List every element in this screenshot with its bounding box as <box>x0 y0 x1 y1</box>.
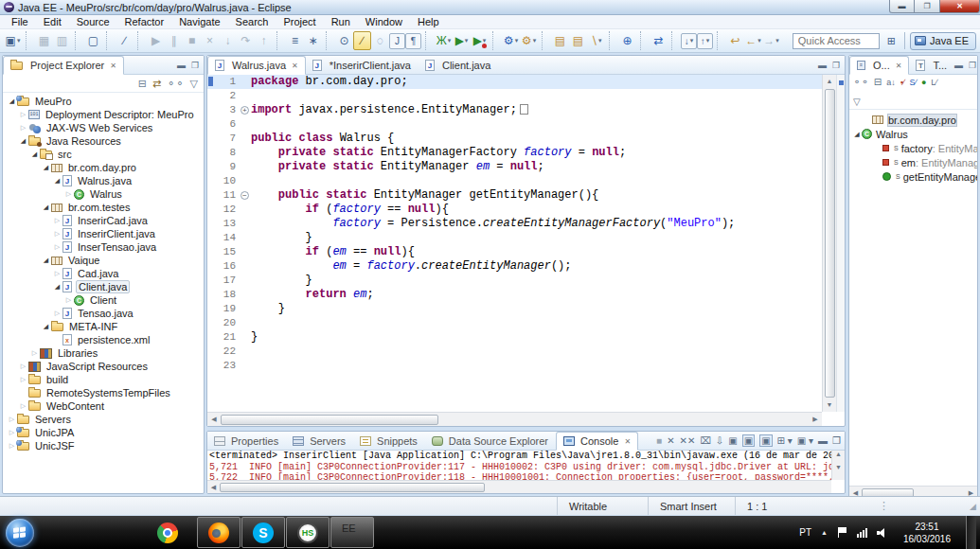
menu-project[interactable]: Project <box>276 16 323 27</box>
scroll-lock-icon[interactable]: ⇩ <box>716 435 723 446</box>
tree-item[interactable]: ▷JInserTensao.java <box>3 240 204 254</box>
tree-item[interactable]: ▷JTensao.java <box>3 307 204 320</box>
tab-snippets[interactable]: Snippets <box>353 432 425 450</box>
open-web-browser-icon[interactable]: ⊕ <box>618 31 636 50</box>
tab-outline[interactable]: ≡ O... ✕ <box>849 56 909 75</box>
scrollbar-thumb[interactable] <box>825 89 835 398</box>
outline-item[interactable]: Sem : EntityManag <box>849 155 977 169</box>
last-edit-location-icon[interactable]: ↩ <box>726 31 744 50</box>
tab-servers[interactable]: Servers <box>286 432 353 450</box>
disconnect-icon[interactable]: × <box>201 31 219 50</box>
scroll-left-icon[interactable]: ◀ <box>207 484 220 491</box>
focus-on-task-icon[interactable]: ⚬⚬ <box>167 78 184 90</box>
code-line[interactable]: 18 return em; <box>207 288 822 302</box>
collapsed-arrow-icon[interactable]: ▷ <box>18 402 28 410</box>
skip-all-breakpoints-icon[interactable]: ∕ <box>116 31 134 50</box>
code-line[interactable]: 1package br.com.day.pro; <box>207 75 822 89</box>
code-line[interactable]: 15 if (em == null){ <box>207 245 822 259</box>
resume-icon[interactable]: ▶ <box>147 31 165 50</box>
code-line[interactable]: 17 } <box>207 274 822 288</box>
run-tool-icon[interactable]: ∗ <box>304 31 322 50</box>
code-line[interactable]: 13 factory = Persistence.createEntityMan… <box>207 217 822 231</box>
tree-item[interactable]: ▷JCad.java <box>3 267 204 280</box>
code-line[interactable]: 3+import javax.persistence.EntityManager… <box>207 103 822 117</box>
run-icon[interactable]: ▶▾ <box>453 31 471 50</box>
maximize-view-icon[interactable]: ❐ <box>969 61 976 70</box>
collapsed-arrow-icon[interactable]: ▷ <box>7 416 17 423</box>
view-menu-icon[interactable]: ▽ <box>853 97 861 107</box>
web-browser-view-icon[interactable]: ▢ <box>84 31 102 50</box>
expanded-arrow-icon[interactable]: ◢ <box>41 204 51 211</box>
outline-item[interactable]: SgetEntityManage <box>849 169 977 184</box>
collapsed-arrow-icon[interactable]: ▷ <box>63 190 74 198</box>
new-wizard-icon[interactable]: ▣▾ <box>4 31 22 50</box>
network-icon[interactable] <box>857 527 867 538</box>
outline-item[interactable]: br.com.day.pro <box>849 113 977 127</box>
tree-item[interactable]: xpersistence.xml <box>3 333 204 346</box>
collapsed-arrow-icon[interactable]: ▷ <box>18 376 28 383</box>
taskbar-chrome[interactable] <box>151 517 184 548</box>
collapse-all-icon[interactable]: ⊟ <box>874 77 882 87</box>
taskbar-eclipse-java-ee[interactable]: EE <box>330 517 374 548</box>
editor-tab-walrusjava[interactable]: JWalrus.java✕ <box>207 56 306 75</box>
dropdown-arrow-icon[interactable]: ▾ <box>483 37 487 44</box>
fold-expand-icon[interactable]: + <box>241 106 249 115</box>
tree-item[interactable]: ◢MeuPro <box>3 95 204 108</box>
open-perspective-icon[interactable]: ⊞ <box>887 35 896 47</box>
taskbar-windows-explorer[interactable] <box>61 517 93 548</box>
collapse-all-icon[interactable]: ⊟ <box>138 78 147 90</box>
dropdown-arrow-icon[interactable]: ▾ <box>533 37 537 44</box>
tree-item[interactable]: ▷UnicJSF <box>3 439 204 452</box>
show-stderr-icon[interactable]: ▣ <box>759 434 772 447</box>
tree-item[interactable]: RemoteSystemsTempFiles <box>3 386 204 399</box>
menu-file[interactable]: File <box>4 16 36 27</box>
code-line[interactable]: 10 <box>207 174 822 188</box>
dropdown-arrow-icon[interactable]: ▾ <box>706 37 710 44</box>
start-button[interactable] <box>6 519 34 547</box>
previous-annotation-icon[interactable]: ↑▾ <box>697 33 713 49</box>
tab-data-source-explorer[interactable]: Data Source Explorer <box>425 432 556 450</box>
menu-navigate[interactable]: Navigate <box>171 16 227 27</box>
closed-folder-icon[interactable]: ▤ <box>569 31 587 50</box>
highlight-pen-icon[interactable]: ∖▾ <box>587 31 605 50</box>
maximize-view-icon[interactable]: ❐ <box>191 61 199 70</box>
folded-region-box[interactable] <box>520 104 528 115</box>
code-line[interactable]: 2 <box>207 89 822 103</box>
outline-item[interactable]: Sfactory : EntityMa <box>849 141 977 155</box>
scroll-right-icon[interactable]: ▶ <box>809 416 822 423</box>
clear-console-icon[interactable]: ⌧ <box>700 435 711 446</box>
expanded-arrow-icon[interactable]: ◢ <box>852 131 862 138</box>
step-over-icon[interactable]: ↷ <box>237 31 255 50</box>
taskbar-firefox[interactable] <box>197 517 241 548</box>
show-stdout-icon[interactable]: ▣ <box>742 434 755 447</box>
menu-refactor[interactable]: Refactor <box>117 16 172 27</box>
expanded-arrow-icon[interactable]: ◢ <box>52 283 62 291</box>
collapsed-arrow-icon[interactable]: ▷ <box>52 230 62 238</box>
show-whitespace-icon[interactable]: ¶ <box>405 33 421 49</box>
run-configurations-icon[interactable]: ≡ <box>286 31 304 50</box>
scrollbar-thumb[interactable] <box>220 483 485 492</box>
dropdown-arrow-icon[interactable]: ▾ <box>757 37 761 44</box>
code-line[interactable]: 21} <box>207 330 822 345</box>
tree-item[interactable]: ▷Servers <box>3 413 204 426</box>
soap-monitor-icon[interactable]: ⚙▾ <box>520 31 538 50</box>
scroll-up-icon[interactable]: ▲ <box>827 75 833 88</box>
view-menu-icon[interactable]: ▽ <box>190 78 198 90</box>
dropdown-arrow-icon[interactable]: ▾ <box>775 37 779 44</box>
tree-item[interactable]: ◢META-INF <box>3 320 204 333</box>
dropdown-arrow-icon[interactable]: ▾ <box>465 37 469 44</box>
tree-item[interactable]: ▷JInserirClient.java <box>3 227 204 240</box>
show-hidden-icons[interactable]: ▲ <box>821 529 828 536</box>
close-icon[interactable]: ✕ <box>624 437 631 446</box>
tab-properties[interactable]: Properties <box>207 432 286 450</box>
taskbar-heidisql[interactable]: HS <box>286 517 330 548</box>
volume-icon[interactable] <box>877 527 888 538</box>
menu-window[interactable]: Window <box>358 16 410 27</box>
dropdown-arrow-icon[interactable]: ▾ <box>448 37 452 44</box>
tab-task-list[interactable]: T T... <box>909 56 954 74</box>
menu-run[interactable]: Run <box>324 16 358 27</box>
coverage-icon[interactable]: ▶▾ <box>471 31 489 50</box>
tree-item[interactable]: ▷Libraries <box>3 346 204 360</box>
collapsed-arrow-icon[interactable]: ▷ <box>52 310 62 317</box>
minimize-view-icon[interactable]: ▬ <box>954 61 963 70</box>
